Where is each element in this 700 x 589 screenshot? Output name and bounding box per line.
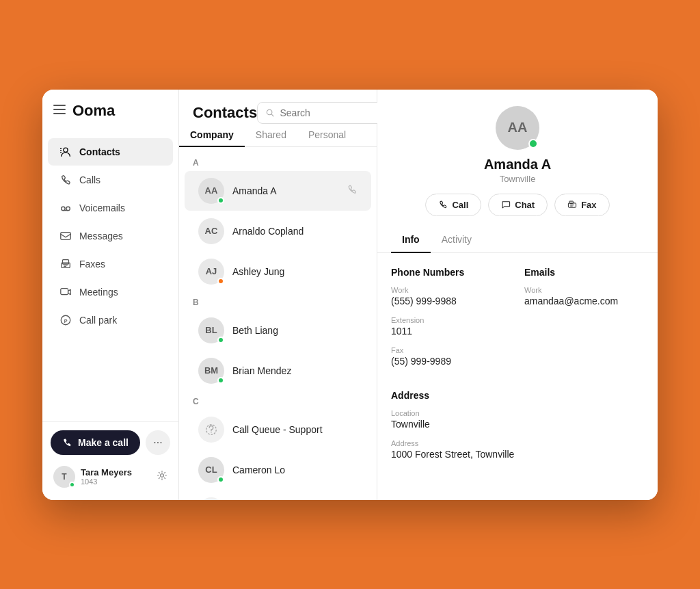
contact-name-arnaldo: Arnaldo Copland: [232, 226, 358, 237]
sidebar-item-callpark[interactable]: P Call park: [48, 306, 173, 334]
location-value: Townville: [391, 419, 644, 430]
svg-rect-11: [63, 259, 69, 263]
work-email-label: Work: [524, 286, 644, 294]
sidebar-item-voicemails[interactable]: Voicemails: [48, 194, 173, 222]
contacts-icon: [59, 145, 72, 159]
contacts-panel-title: Contacts: [193, 104, 257, 122]
action-buttons: Call Chat Fax: [425, 194, 609, 216]
svg-rect-2: [53, 113, 66, 114]
sidebar-nav: Contacts Calls: [42, 132, 178, 421]
messages-icon: [59, 229, 72, 243]
meetings-icon: [59, 285, 72, 299]
sidebar-item-faxes-label: Faxes: [79, 259, 105, 270]
contact-avatar-ac: AC: [198, 218, 224, 244]
search-box[interactable]: [257, 102, 394, 124]
detail-tabs: Info Activity: [377, 227, 658, 253]
address-value: 1000 Forest Street, Townville: [391, 449, 644, 460]
logo-text: Ooma: [72, 102, 115, 120]
more-options-button[interactable]: ···: [146, 430, 170, 455]
sidebar-item-faxes[interactable]: Faxes: [48, 250, 173, 278]
svg-rect-6: [60, 152, 62, 153]
contact-name-amanda: Amanda A: [232, 185, 338, 196]
extension-label: Extension: [391, 316, 511, 324]
chat-icon: [501, 200, 511, 209]
svg-point-25: [211, 432, 211, 432]
section-label-b: B: [179, 292, 377, 310]
sidebar-item-calls[interactable]: Calls: [48, 166, 173, 194]
app-window: Ooma Contacts: [42, 90, 658, 500]
location-label: Location: [391, 409, 644, 417]
list-item[interactable]: AA Amanda A: [185, 171, 371, 211]
phone-icon: [62, 437, 72, 448]
user-settings-button[interactable]: [157, 470, 167, 483]
fax-icon: [567, 200, 577, 209]
sidebar-item-contacts[interactable]: Contacts: [48, 138, 173, 166]
calls-icon: [59, 173, 72, 187]
status-dot-online: [217, 197, 224, 204]
svg-line-20: [271, 114, 273, 116]
detail-name: Amanda A: [484, 157, 551, 172]
search-icon: [266, 108, 274, 118]
tab-personal[interactable]: Personal: [297, 124, 357, 147]
voicemails-icon: [59, 201, 72, 215]
detail-tab-info[interactable]: Info: [391, 227, 431, 253]
detail-content: Phone Numbers Work (555) 999-9988 Extens…: [377, 253, 658, 483]
status-dot-online: [217, 337, 224, 343]
fax-number-label: Fax: [391, 346, 511, 354]
current-user-status-dot: [69, 482, 75, 488]
contact-avatar-cq: [198, 417, 224, 443]
list-item[interactable]: CL Cameron Lo: [185, 450, 371, 490]
status-dot-orange: [217, 278, 224, 285]
list-item[interactable]: Call Queue - Support: [185, 410, 371, 449]
work-email-field: Work amandaa@acme.com: [524, 286, 644, 306]
contacts-panel: Contacts: [179, 90, 377, 500]
list-item[interactable]: AC Arnaldo Copland: [185, 211, 371, 251]
sidebar-header: Ooma: [42, 90, 178, 132]
hamburger-icon[interactable]: [53, 105, 66, 117]
sidebar-item-meetings[interactable]: Meetings: [48, 278, 173, 306]
current-user-name: Tara Meyers: [81, 467, 151, 477]
sidebar-item-callpark-label: Call park: [79, 315, 117, 326]
svg-point-8: [66, 207, 70, 210]
call-action-button[interactable]: Call: [425, 194, 481, 216]
contacts-tabs: Company Shared Personal: [179, 124, 377, 147]
call-btn-phone-icon: [438, 200, 448, 209]
tab-company[interactable]: Company: [179, 124, 245, 147]
current-user-ext: 1043: [81, 477, 151, 486]
list-item[interactable]: AJ Ashley Jung: [185, 252, 371, 291]
address-label: Address: [391, 439, 644, 447]
email-section-title: Emails: [524, 267, 644, 278]
detail-tab-activity[interactable]: Activity: [431, 227, 483, 253]
list-item[interactable]: Conference line: [185, 490, 371, 500]
work-phone-label: Work: [391, 286, 511, 294]
emails-section: Emails Work amandaa@acme.com: [524, 267, 644, 376]
phone-numbers-section: Phone Numbers Work (555) 999-9988 Extens…: [391, 267, 511, 376]
chat-action-button[interactable]: Chat: [488, 194, 548, 216]
sidebar-item-messages[interactable]: Messages: [48, 222, 173, 250]
extension-value: 1011: [391, 326, 511, 337]
faxes-icon: [59, 257, 72, 271]
section-label-c: C: [179, 391, 377, 409]
phone-section-title: Phone Numbers: [391, 267, 511, 278]
list-item[interactable]: BM Brian Mendez: [185, 351, 371, 391]
list-item[interactable]: BL Beth Liang: [185, 311, 371, 350]
sidebar-item-meetings-label: Meetings: [79, 287, 118, 298]
contact-name-ashley: Ashley Jung: [232, 266, 358, 277]
sidebar-item-messages-label: Messages: [79, 231, 123, 241]
current-user-avatar: T: [53, 466, 75, 488]
contact-avatar-aj: AJ: [198, 259, 224, 285]
work-phone-field: Work (555) 999-9988: [391, 286, 511, 306]
search-input[interactable]: [280, 107, 385, 118]
contact-avatar-conf: [198, 497, 224, 500]
tab-shared[interactable]: Shared: [245, 124, 297, 147]
sidebar-item-contacts-label: Contacts: [79, 146, 120, 157]
sidebar-item-voicemails-label: Voicemails: [79, 202, 125, 213]
fax-action-button[interactable]: Fax: [554, 194, 609, 216]
make-call-button[interactable]: Make a call: [51, 430, 140, 455]
svg-rect-15: [61, 288, 68, 294]
extension-field: Extension 1011: [391, 316, 511, 337]
call-row: Make a call ···: [51, 430, 170, 455]
current-user-row: T Tara Meyers 1043: [51, 462, 170, 492]
detail-panel: AA Amanda A Townville Call Chat: [377, 90, 658, 500]
fax-number-value: (55) 999-9989: [391, 356, 511, 367]
